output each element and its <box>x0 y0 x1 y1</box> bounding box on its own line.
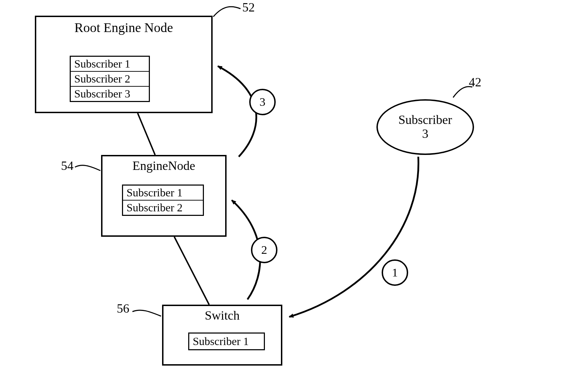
switch-node-title: Switch <box>163 306 281 326</box>
engine-sub-row-2: Subscriber 2 <box>123 201 203 215</box>
step-circle-1: 1 <box>382 259 408 286</box>
ref-42: 42 <box>469 75 481 89</box>
diagram-stage: Root Engine Node Subscriber 1 Subscriber… <box>0 0 588 391</box>
step-2-label: 2 <box>261 243 267 257</box>
ref-52: 52 <box>242 0 255 15</box>
svg-line-0 <box>138 113 155 155</box>
root-subscriber-table: Subscriber 1 Subscriber 2 Subscriber 3 <box>70 56 150 102</box>
switch-subscriber-table: Subscriber 1 <box>188 333 265 350</box>
root-sub-row-2: Subscriber 2 <box>71 72 149 87</box>
subscriber3-ellipse: Subscriber 3 <box>376 99 474 155</box>
ref-54: 54 <box>61 158 74 173</box>
svg-line-1 <box>174 237 209 305</box>
root-engine-node-title: Root Engine Node <box>36 18 211 39</box>
step-circle-2: 2 <box>251 237 277 263</box>
engine-sub-row-1: Subscriber 1 <box>123 186 203 201</box>
subscriber3-label-line2: 3 <box>422 127 428 141</box>
ref-56: 56 <box>117 301 129 316</box>
step-3-label: 3 <box>260 95 266 109</box>
switch-sub-row-1: Subscriber 1 <box>189 334 264 349</box>
step-circle-3: 3 <box>249 89 276 115</box>
subscriber3-label-line1: Subscriber <box>398 113 452 127</box>
engine-subscriber-table: Subscriber 1 Subscriber 2 <box>122 185 204 216</box>
root-sub-row-1: Subscriber 1 <box>71 57 149 72</box>
root-sub-row-3: Subscriber 3 <box>71 87 149 101</box>
step-1-label: 1 <box>392 266 398 279</box>
engine-node-title: EngineNode <box>102 156 225 177</box>
